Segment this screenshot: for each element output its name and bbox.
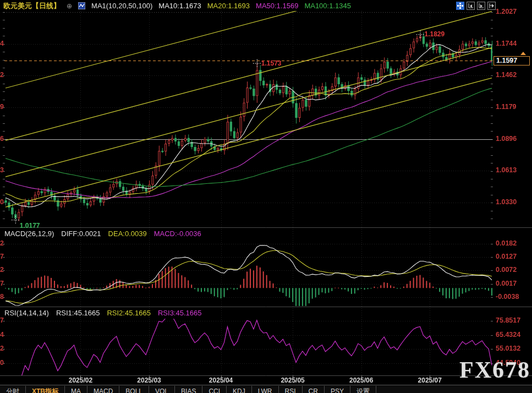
mini-chart-icon [78, 2, 85, 9]
ma20-value: MA20:1.1693 [207, 2, 250, 10]
macd-axis-label: 0.0127 [496, 253, 517, 260]
rsi-axis-label-partial: 7 [0, 316, 4, 324]
indicator-tab-bar: 分时XTB指标MAMACDBOLLVOLBIASCCIKDJLWRRSICRPS… [0, 385, 532, 393]
price-annotation: 1.1829 [424, 30, 445, 38]
indicator-tab-xtb指标[interactable]: XTB指标 [26, 386, 65, 393]
rsi3-value: RSI3:45.1665 [158, 309, 202, 317]
macd-axis-label-partial: 2 [0, 266, 4, 274]
x-axis-month-label: 2025/02 [69, 376, 92, 384]
y-axis-price-label: 1.1744 [496, 40, 517, 47]
chart-overlay: 欧元美元【日线】 ⊕ MA1(10,20,50,100) MA10:1.1673… [0, 0, 532, 393]
indicator-tab-macd[interactable]: MACD [87, 386, 119, 393]
x-axis-month-label: 2025/05 [281, 376, 304, 384]
y-axis-price-label: 1.1462 [496, 71, 517, 79]
macd-hist-value: MACD:-0.0036 [154, 230, 201, 238]
last-price-arrow-icon [520, 52, 526, 55]
macd-axis-label: -0.0038 [496, 293, 519, 301]
collapse-icon[interactable]: ⊕ [67, 2, 72, 10]
macd-axis-label-partial: 7 [0, 280, 4, 287]
rsi-axis-label-partial: 0 [0, 359, 4, 367]
y-axis-price-label-partial: 9 [0, 103, 4, 111]
indicator-tab-ma[interactable]: MA [65, 386, 87, 393]
y-axis-price-label-partial: 0 [0, 198, 4, 206]
symbol-title[interactable]: 欧元美元【日线】 [3, 1, 61, 11]
rsi2-value: RSI2:45.1665 [107, 309, 151, 317]
y-axis-price-label-partial: 6 [0, 135, 4, 143]
y-axis-price-label-partial: 2 [0, 71, 4, 79]
indicator-tab-boll[interactable]: BOLL [119, 386, 149, 393]
y-axis-price-label: 1.0330 [496, 198, 517, 206]
macd-header: MACD(26,12,9) DIFF:0.0021 DEA:0.0039 MAC… [4, 229, 201, 238]
macd-axis-label-partial: 2 [0, 239, 4, 247]
indicator-tab-psy[interactable]: PSY [325, 386, 350, 393]
y-axis-price-label-partial: 3 [0, 166, 4, 174]
rsi-axis-label-partial: 2 [0, 345, 4, 352]
price-annotation: 1.0177 [20, 222, 40, 230]
chart-header: 欧元美元【日线】 ⊕ MA1(10,20,50,100) MA10:1.1673… [3, 1, 351, 10]
ma10-value: MA10:1.1673 [158, 2, 201, 10]
macd-title[interactable]: MACD(26,12,9) [4, 230, 54, 238]
macd-diff-value: DIFF:0.0021 [61, 230, 101, 238]
rsi-axis-label: 65.4324 [496, 331, 520, 339]
indicator-tab-cci[interactable]: CCI [202, 386, 227, 393]
indicator-tab-vol[interactable]: VOL [149, 386, 175, 393]
price-annotation: 1.1573 [261, 59, 282, 67]
rsi-axis-label: 75.8517 [496, 316, 520, 324]
rsi-header: RSI(14,14,14) RSI1:45.1665 RSI2:45.1665 … [4, 308, 201, 317]
macd-axis-label: 0.0017 [496, 280, 517, 287]
indicator-tab-lwr[interactable]: LWR [252, 386, 279, 393]
rsi1-value: RSI1:45.1665 [56, 309, 100, 317]
macd-axis-label: 0.0072 [496, 266, 517, 274]
y-axis-price-label: 1.0896 [496, 135, 517, 143]
macd-dea-value: DEA:0.0039 [108, 230, 147, 238]
ma-settings-label[interactable]: MA1(10,20,50,100) [91, 2, 152, 10]
indicator-tab-bias[interactable]: BIAS [175, 386, 202, 393]
y-axis-price-label: 1.1179 [496, 103, 517, 111]
indicator-tab-分时[interactable]: 分时 [0, 386, 26, 393]
crosshair-icon[interactable] [456, 2, 464, 10]
y-axis-price-label-partial: 4 [0, 40, 4, 47]
indicator-tab-rsi[interactable]: RSI [279, 386, 303, 393]
chart-window: 欧元美元【日线】 ⊕ MA1(10,20,50,100) MA10:1.1673… [0, 0, 532, 393]
ma100-value: MA100:1.1345 [304, 2, 351, 10]
rsi-axis-label-partial: 4 [0, 331, 4, 339]
rsi-title[interactable]: RSI(14,14,14) [4, 309, 49, 317]
y-axis-price-label: 1.2027 [496, 8, 517, 15]
rsi-axis-label: 55.0132 [496, 345, 520, 352]
watermark: FX678 [459, 357, 530, 383]
scale-axis-right-icon[interactable] [477, 2, 485, 10]
indicator-tab-cr[interactable]: CR [303, 386, 325, 393]
indicator-tab-kdj[interactable]: KDJ [227, 386, 252, 393]
macd-axis-label: 0.0182 [496, 239, 517, 247]
last-price-tag: 1.1597 [493, 56, 530, 66]
indicator-tab-settings[interactable]: 设置 [350, 386, 376, 393]
y-axis-price-label: 1.0613 [496, 166, 517, 174]
x-axis-month-label: 2025/04 [209, 376, 233, 384]
macd-axis-label-partial: 7 [0, 253, 4, 260]
macd-axis-label-partial: 8 [0, 293, 4, 301]
x-axis-month-label: 2025/07 [418, 376, 442, 384]
pan-right-icon[interactable] [487, 2, 496, 10]
x-axis-month-label: 2025/03 [137, 376, 161, 384]
scale-axis-left-icon[interactable] [467, 2, 475, 10]
x-axis-month-label: 2025/06 [349, 376, 373, 384]
ma50-value: MA50:1.1569 [256, 2, 298, 10]
chart-toolbar [456, 2, 496, 10]
